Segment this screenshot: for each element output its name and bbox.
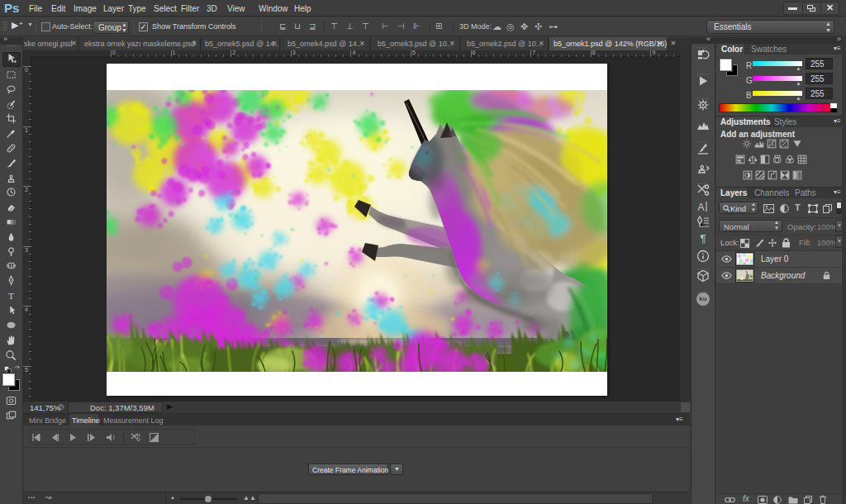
- svg-text:A: A: [697, 202, 704, 213]
- svg-text:¶: ¶: [701, 232, 706, 245]
- svg-text:T: T: [8, 291, 14, 301]
